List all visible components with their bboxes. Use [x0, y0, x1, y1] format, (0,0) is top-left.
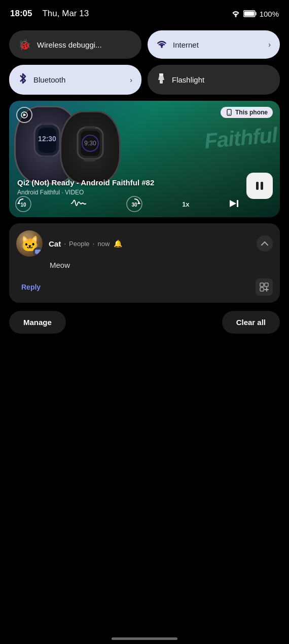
bottom-actions: Manage Clear all	[0, 311, 289, 344]
svg-text:10: 10	[20, 202, 26, 208]
svg-rect-33	[260, 283, 264, 287]
tile-flashlight[interactable]: Flashlight	[148, 65, 280, 95]
svg-rect-17	[84, 159, 95, 162]
flashlight-label: Flashlight	[172, 75, 271, 84]
playback-speed-button[interactable]: 1x	[182, 200, 189, 208]
wireless-debug-label: Wireless debuggi...	[37, 41, 132, 49]
next-icon	[228, 198, 239, 209]
svg-rect-23	[261, 182, 263, 190]
svg-text:9:30: 9:30	[84, 140, 96, 147]
watch-image-right: 9:30	[60, 111, 121, 184]
notification-category: People	[69, 240, 89, 248]
internet-chevron: ›	[268, 41, 271, 49]
this-phone-label: This phone	[235, 109, 268, 116]
quick-settings: 🐞 Wireless debuggi... Internet ›	[0, 25, 289, 95]
media-pause-button[interactable]	[246, 173, 273, 199]
clear-all-button[interactable]: Clear all	[222, 311, 280, 334]
tile-bluetooth[interactable]: Bluetooth ›	[9, 65, 141, 95]
tiles-row-2: Bluetooth › Flashlight	[9, 65, 280, 95]
pause-icon	[254, 180, 265, 191]
chevron-up-icon	[261, 241, 268, 246]
bluetooth-label: Bluetooth	[33, 75, 124, 84]
status-bar: 18:05 Thu, Mar 13 100%	[0, 0, 289, 25]
notification-expand-button[interactable]	[256, 278, 273, 296]
notification-dot: ·	[64, 239, 66, 248]
notification-app-badge	[33, 247, 43, 257]
phone-icon	[226, 109, 233, 116]
svg-point-0	[235, 16, 236, 17]
internet-icon	[157, 39, 167, 51]
media-controls: 10 30 1x	[14, 195, 239, 213]
svg-rect-10	[41, 123, 53, 125]
svg-marker-26	[17, 202, 20, 204]
tiles-row-1: 🐞 Wireless debuggi... Internet ›	[9, 30, 280, 59]
bluetooth-icon	[18, 73, 27, 87]
svg-marker-29	[137, 202, 140, 204]
svg-marker-19	[23, 113, 26, 116]
notification-actions: Reply	[9, 274, 280, 303]
svg-rect-32	[35, 250, 41, 254]
svg-rect-2	[255, 12, 257, 15]
svg-rect-20	[227, 109, 231, 115]
flashlight-icon	[157, 73, 166, 87]
wireless-debug-icon: 🐞	[18, 38, 31, 51]
wifi-icon	[231, 10, 240, 17]
status-date: Thu, Mar 13	[42, 9, 89, 19]
skip-forward-button[interactable]: 30	[125, 195, 143, 213]
battery-icon	[243, 10, 257, 17]
svg-text:30: 30	[131, 202, 137, 208]
svg-rect-3	[244, 12, 254, 16]
this-phone-badge[interactable]: This phone	[221, 107, 273, 118]
media-podcast-icon	[16, 107, 32, 123]
status-right-icons: 100%	[231, 10, 279, 18]
home-indicator[interactable]	[112, 637, 177, 640]
notification-message: Meow	[9, 260, 280, 274]
notification-bell-icon: 🔔	[114, 239, 122, 248]
waveform-button[interactable]	[71, 198, 86, 210]
svg-marker-30	[230, 200, 236, 207]
internet-label: Internet	[173, 41, 262, 49]
notification-meta: Cat · People · now 🔔	[49, 239, 250, 248]
notification-avatar: 🐱	[16, 230, 43, 257]
notification-time: now	[97, 240, 110, 248]
svg-text:12:30: 12:30	[38, 135, 56, 143]
message-icon	[35, 250, 41, 255]
media-player-card: 12:30 9:30 Faithful This phone Qi2 (N	[9, 101, 280, 217]
svg-rect-6	[160, 80, 163, 84]
status-time: 18:05	[10, 9, 32, 19]
skip-back-button[interactable]: 10	[14, 195, 32, 213]
notification-reply-button[interactable]: Reply	[16, 280, 46, 294]
expand-icon	[260, 283, 269, 292]
notification-sender: Cat	[49, 239, 61, 248]
skip-back-icon: 10	[15, 195, 32, 213]
svg-rect-35	[260, 288, 264, 291]
svg-rect-31	[237, 200, 238, 207]
manage-button[interactable]: Manage	[9, 311, 66, 334]
skip-forward-icon: 30	[126, 195, 143, 213]
svg-rect-16	[84, 126, 95, 129]
svg-rect-11	[41, 156, 53, 159]
notification-meta-row: Cat · People · now 🔔	[49, 239, 250, 248]
media-title: Qi2 (Not) Ready - Android Faithful #82	[17, 178, 244, 187]
svg-point-4	[161, 46, 163, 48]
notification-card: 🐱 Cat · People · now 🔔 Meow	[9, 223, 280, 303]
svg-rect-34	[265, 283, 268, 287]
svg-rect-5	[159, 73, 163, 76]
notification-dot-2: ·	[93, 239, 95, 248]
bluetooth-chevron: ›	[130, 76, 132, 84]
battery-percentage: 100%	[260, 10, 279, 18]
notification-collapse-button[interactable]	[257, 235, 273, 252]
tile-internet[interactable]: Internet ›	[148, 30, 280, 59]
waveform-icon	[71, 198, 86, 209]
next-track-button[interactable]	[228, 198, 239, 211]
svg-rect-22	[256, 182, 259, 190]
notification-header: 🐱 Cat · People · now 🔔	[9, 223, 280, 260]
tile-wireless-debug[interactable]: 🐞 Wireless debuggi...	[9, 30, 141, 59]
